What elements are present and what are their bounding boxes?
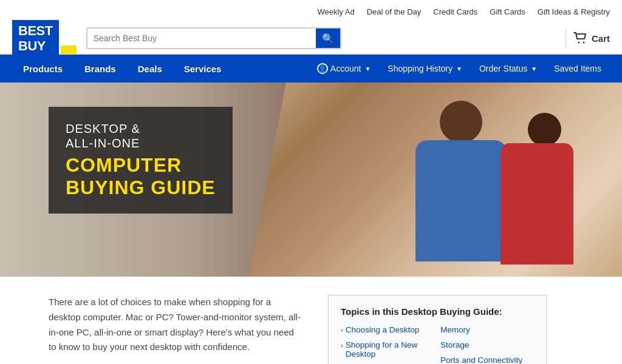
logo-wrapper[interactable]: BEST BUY: [12, 20, 77, 57]
topics-left-col: › Choosing a Desktop › Shopping for a Ne…: [341, 325, 434, 364]
person2-head: [528, 113, 561, 146]
nav-right: 👤 Account ▼ Shopping History ▼ Order Sta…: [309, 55, 610, 83]
search-bar: 🔍: [86, 27, 341, 49]
cart-icon: [573, 32, 588, 44]
topic-ports[interactable]: Ports and Connectivity: [440, 356, 534, 364]
nav-saved-items[interactable]: Saved Items: [545, 55, 610, 83]
logo: BEST BUY: [12, 20, 59, 57]
gift-ideas-link[interactable]: Gift Ideas & Registry: [538, 7, 610, 16]
arrow-icon: ›: [341, 326, 343, 334]
topics-box: Topics in this Desktop Buying Guide: › C…: [328, 295, 547, 364]
topic-storage[interactable]: Storage: [440, 340, 534, 349]
nav-deals[interactable]: Deals: [127, 55, 173, 83]
topics-right-col: Memory Storage Ports and Connectivity Sh…: [440, 325, 534, 364]
topic-choosing-desktop[interactable]: › Choosing a Desktop: [341, 325, 434, 334]
topic-shopping-new[interactable]: › Shopping for a New Desktop: [341, 340, 434, 359]
top-links: Weekly Ad Deal of the Day Credit Cards G…: [318, 7, 610, 16]
chevron-down-icon: ▼: [456, 66, 462, 72]
chevron-down-icon: ▼: [531, 66, 537, 72]
gift-cards-link[interactable]: Gift Cards: [490, 7, 525, 16]
logo-yellow-tag: [61, 46, 77, 54]
arrow-icon: ›: [341, 342, 343, 349]
person1-body: [415, 140, 507, 261]
divider: [566, 29, 566, 47]
hero-overlay: DESKTOP &ALL-IN-ONE COMPUTERBUYING GUIDE: [49, 107, 233, 214]
nav-brands[interactable]: Brands: [73, 55, 127, 83]
account-icon: 👤: [317, 63, 328, 74]
person2-body: [501, 143, 573, 265]
header-right: Cart: [566, 29, 610, 47]
svg-point-1: [583, 42, 584, 44]
nav-account[interactable]: 👤 Account ▼: [309, 55, 380, 83]
top-utility-bar: Weekly Ad Deal of the Day Credit Cards G…: [0, 0, 622, 23]
search-input[interactable]: [87, 33, 316, 43]
hero-banner: DESKTOP &ALL-IN-ONE COMPUTERBUYING GUIDE: [0, 83, 622, 277]
intro-text: There are a lot of choices to make when …: [49, 295, 304, 355]
search-button[interactable]: 🔍: [316, 29, 340, 48]
topics-title: Topics in this Desktop Buying Guide:: [341, 306, 534, 317]
content-section: There are a lot of choices to make when …: [0, 277, 622, 364]
nav-left: Products Brands Deals Services: [12, 55, 232, 83]
hero-subtitle: DESKTOP &ALL-IN-ONE: [66, 121, 216, 150]
nav-bar: Products Brands Deals Services 👤 Account…: [0, 55, 622, 83]
topics-grid: › Choosing a Desktop › Shopping for a Ne…: [341, 325, 534, 364]
nav-order-status[interactable]: Order Status ▼: [471, 55, 545, 83]
nav-services[interactable]: Services: [173, 55, 233, 83]
weekly-ad-link[interactable]: Weekly Ad: [318, 7, 355, 16]
cart-button[interactable]: Cart: [573, 32, 610, 44]
deal-of-day-link[interactable]: Deal of the Day: [367, 7, 422, 16]
topic-memory[interactable]: Memory: [440, 325, 534, 334]
nav-products[interactable]: Products: [12, 55, 73, 83]
hero-title: COMPUTERBUYING GUIDE: [66, 154, 216, 199]
person1-head: [440, 101, 482, 143]
credit-cards-link[interactable]: Credit Cards: [433, 7, 477, 16]
search-icon: 🔍: [322, 33, 334, 44]
chevron-down-icon: ▼: [364, 66, 371, 72]
nav-shopping-history[interactable]: Shopping History ▼: [379, 55, 471, 83]
header-bar: BEST BUY 🔍 Cart: [0, 23, 622, 55]
svg-point-0: [578, 42, 579, 44]
cart-label: Cart: [592, 33, 610, 44]
